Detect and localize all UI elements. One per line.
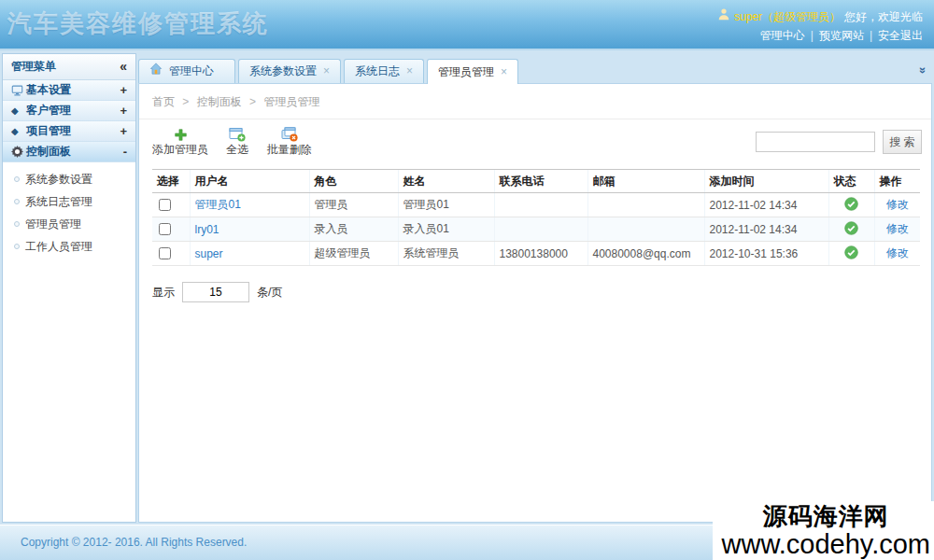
breadcrumb-separator: > — [249, 95, 256, 108]
sidebar-group-project-mgmt[interactable]: ◆ 项目管理 + — [3, 121, 135, 142]
close-icon[interactable]: × — [406, 60, 413, 83]
watermark: 源码海洋网 www.codehy.com — [713, 501, 934, 560]
row-checkbox[interactable] — [159, 247, 171, 259]
role-cell: 超级管理员 — [309, 242, 398, 266]
add-admin-button[interactable]: 添加管理员 — [152, 125, 208, 157]
col-select: 选择 — [152, 170, 190, 193]
sidebar-header: 管理菜单 « — [3, 54, 135, 80]
link-separator: | — [870, 29, 872, 42]
sidebar-item-label: 系统参数设置 — [25, 168, 92, 190]
sidebar-item-staff-mgmt[interactable]: 工作人员管理 — [3, 235, 135, 258]
username-link[interactable]: lry01 — [195, 223, 219, 236]
breadcrumb-control-panel[interactable]: 控制面板 — [197, 95, 242, 108]
col-role: 角色 — [309, 170, 398, 193]
close-icon[interactable]: × — [501, 61, 507, 84]
diamond-icon: ◆ — [11, 101, 26, 120]
expand-icon[interactable]: + — [120, 80, 127, 100]
bullet-icon — [14, 221, 20, 227]
role-cell: 管理员 — [309, 193, 398, 217]
tab-label: 管理员管理 — [438, 61, 494, 84]
app-window: 汽车美容维修管理系统 super（超级管理员） 您好，欢迎光临 管理中心|预览网… — [0, 0, 934, 560]
sidebar-group-basic-settings[interactable]: 基本设置 + — [3, 80, 135, 101]
status-cell — [828, 217, 874, 242]
phone-cell: 13800138000 — [494, 242, 587, 266]
pagination-suffix: 条/页 — [257, 285, 282, 301]
col-name: 姓名 — [398, 170, 494, 193]
edit-link[interactable]: 修改 — [886, 246, 909, 259]
user-name: super（超级管理员） — [734, 7, 841, 26]
breadcrumb-separator: > — [182, 95, 189, 108]
tab-label: 管理中心 — [169, 60, 214, 83]
edit-link[interactable]: 修改 — [886, 198, 909, 211]
email-cell — [587, 193, 704, 217]
header-link-logout[interactable]: 安全退出 — [878, 29, 923, 42]
breadcrumb: 首页 > 控制面板 > 管理员管理 — [139, 84, 931, 119]
status-cell — [828, 242, 874, 266]
header-link-admin-center[interactable]: 管理中心 — [760, 29, 805, 42]
gear-icon — [11, 146, 26, 158]
username-link[interactable]: 管理员01 — [195, 198, 241, 211]
sidebar-item-system-params[interactable]: 系统参数设置 — [3, 168, 135, 190]
tab-system-params[interactable]: 系统参数设置 × — [238, 59, 341, 83]
row-checkbox[interactable] — [159, 223, 171, 235]
close-icon[interactable]: × — [323, 60, 330, 83]
search-button[interactable]: 搜 索 — [883, 130, 922, 154]
content-panel: 首页 > 控制面板 > 管理员管理 添加管理员 全选 — [138, 83, 932, 523]
button-label: 批量删除 — [267, 142, 312, 157]
col-status: 状态 — [828, 170, 874, 193]
tab-admin-mgmt[interactable]: 管理员管理 × — [427, 59, 518, 84]
sidebar-group-customer-mgmt[interactable]: ◆ 客户管理 + — [3, 101, 135, 121]
link-separator: | — [811, 29, 814, 42]
search-input[interactable] — [756, 132, 875, 152]
sidebar-item-label: 管理员管理 — [25, 213, 81, 235]
button-label: 添加管理员 — [152, 142, 208, 157]
main-content: 管理中心 系统参数设置 × 系统日志 × 管理员管理 × « 首页 > 控制面板… — [138, 53, 932, 523]
sidebar-item-system-log[interactable]: 系统日志管理 — [3, 190, 135, 213]
status-enabled-icon[interactable] — [844, 225, 858, 238]
sidebar-collapse-icon[interactable]: « — [120, 54, 127, 79]
expand-icon[interactable]: + — [120, 101, 127, 120]
diamond-icon: ◆ — [11, 121, 26, 141]
tab-overflow-icon[interactable]: « — [914, 67, 928, 74]
breadcrumb-admin-mgmt[interactable]: 管理员管理 — [263, 95, 319, 108]
sidebar-group-label: 基本设置 — [26, 80, 120, 100]
collapse-minus-icon[interactable]: - — [123, 142, 127, 161]
username-link[interactable]: super — [195, 247, 223, 260]
copyright-text: Copyright © 2012- 2016. All Rights Reser… — [21, 536, 247, 549]
expand-icon[interactable]: + — [120, 121, 127, 141]
tab-system-log[interactable]: 系统日志 × — [344, 59, 424, 83]
email-cell: 40080008@qq.com — [587, 242, 704, 266]
select-all-icon — [226, 125, 248, 142]
user-greeting: 您好，欢迎光临 — [844, 7, 923, 26]
tab-label: 系统参数设置 — [249, 60, 317, 83]
sidebar-item-label: 系统日志管理 — [25, 190, 92, 213]
status-enabled-icon[interactable] — [844, 249, 858, 262]
added-time-cell: 2012-11-02 14:34 — [704, 217, 828, 242]
col-phone: 联系电话 — [494, 170, 587, 193]
status-enabled-icon[interactable] — [844, 201, 858, 214]
tab-label: 系统日志 — [355, 60, 400, 83]
sidebar-group-label: 控制面板 — [26, 142, 123, 161]
col-action: 操作 — [874, 170, 920, 193]
table-header-row: 选择 用户名 角色 姓名 联系电话 邮箱 添加时间 状态 操作 — [152, 170, 920, 193]
batch-delete-button[interactable]: 批量删除 — [267, 125, 312, 157]
edit-link[interactable]: 修改 — [886, 222, 909, 235]
sidebar-title: 管理菜单 — [11, 54, 56, 79]
row-checkbox[interactable] — [159, 199, 171, 211]
sidebar-group-control-panel[interactable]: 控制面板 - — [3, 142, 135, 162]
header-link-preview-site[interactable]: 预览网站 — [819, 29, 864, 42]
bullet-icon — [14, 176, 20, 182]
added-time-cell: 2012-11-02 14:34 — [704, 193, 828, 217]
name-cell: 管理员01 — [398, 193, 494, 217]
role-cell: 录入员 — [309, 217, 398, 242]
page-size-input[interactable] — [182, 282, 249, 302]
sidebar-item-admin-mgmt[interactable]: 管理员管理 — [3, 213, 135, 235]
batch-delete-icon — [267, 125, 312, 142]
user-icon — [717, 7, 730, 26]
select-all-button[interactable]: 全选 — [226, 125, 248, 157]
tab-admin-center[interactable]: 管理中心 — [138, 59, 235, 83]
bullet-icon — [14, 244, 20, 249]
breadcrumb-home[interactable]: 首页 — [152, 95, 175, 108]
sidebar-item-label: 工作人员管理 — [25, 235, 92, 258]
col-added-time: 添加时间 — [704, 170, 828, 193]
